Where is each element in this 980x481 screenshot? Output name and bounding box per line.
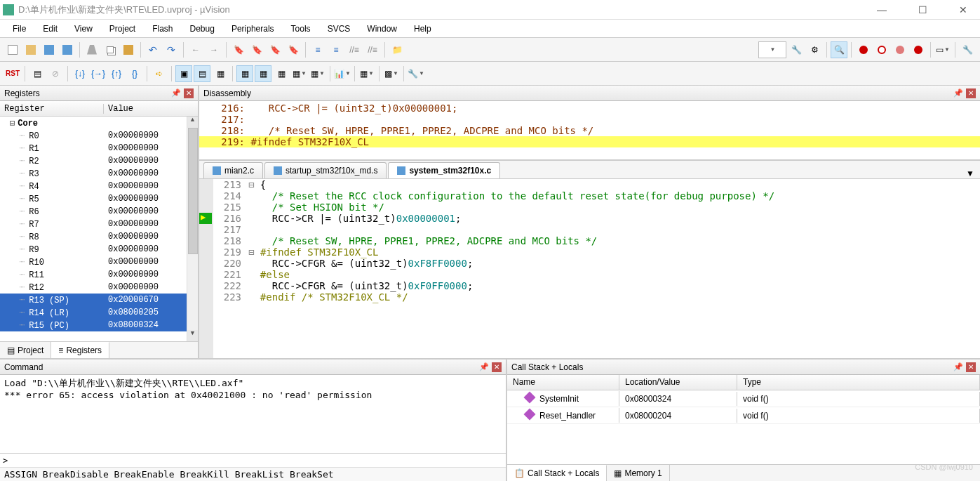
scroll-thumb[interactable] xyxy=(188,128,198,254)
new-file-button[interactable] xyxy=(4,41,21,58)
registers-list[interactable]: Core R00x00000000R10x00000000R20x0000000… xyxy=(0,117,198,341)
open-file-button[interactable] xyxy=(22,41,39,58)
symbols-window-button[interactable]: ▦ xyxy=(212,65,229,82)
menu-svcs[interactable]: SVCS xyxy=(321,21,358,37)
debug-config-button[interactable]: 🔧 xyxy=(788,41,805,58)
memory-tab[interactable]: ▦Memory 1 xyxy=(607,465,669,481)
code-line[interactable]: /* Reset the RCC clock configuration to … xyxy=(248,190,980,202)
disasm-line[interactable]: 216: RCC->CR |= (uint32_t)0x00000001; xyxy=(199,103,980,114)
disasm-line[interactable]: 219: #ifndef STM32F10X_CL xyxy=(199,136,980,147)
close-panel-button[interactable]: ✕ xyxy=(966,362,976,372)
bookmark-clear-button[interactable]: 🔖 xyxy=(285,41,302,58)
serial-window-button[interactable]: ▦▼ xyxy=(309,65,326,82)
menu-peripherals[interactable]: Peripherals xyxy=(224,21,281,37)
breakpoint-insert-button[interactable] xyxy=(855,41,872,58)
menu-debug[interactable]: Debug xyxy=(183,21,222,37)
disasm-line[interactable]: 217: xyxy=(199,114,980,125)
locals-row[interactable]: SystemInit0x08000324void f() xyxy=(507,390,980,407)
registers-tab[interactable]: ≡Registers xyxy=(51,342,109,358)
breakpoint-disable-button[interactable] xyxy=(892,41,908,58)
paste-button[interactable] xyxy=(120,41,137,58)
register-row[interactable]: R60x00000000 xyxy=(0,205,198,218)
window-layout-button[interactable]: ▭▼ xyxy=(934,41,951,58)
file-tab[interactable]: mian2.c xyxy=(203,162,263,178)
file-tab[interactable]: startup_stm32f10x_md.s xyxy=(264,162,387,178)
copy-button[interactable] xyxy=(102,41,119,58)
command-output[interactable]: Load "D:\\单片机作业\\新建文件夹\\RTE\\LED.axf"***… xyxy=(0,375,506,453)
close-panel-button[interactable]: ✕ xyxy=(492,362,502,372)
close-panel-button[interactable]: ✕ xyxy=(184,88,194,98)
find-in-files-button[interactable]: 📁 xyxy=(389,41,405,58)
bookmark-button[interactable]: 🔖 xyxy=(230,41,247,58)
show-next-button[interactable]: ➪ xyxy=(151,65,168,82)
code-line[interactable]: ⊟ #ifndef STM32F10X_CL xyxy=(248,246,980,258)
code-line[interactable]: ⊟ { xyxy=(248,179,980,190)
run-button[interactable]: ▤ xyxy=(29,65,46,82)
nav-forward-button[interactable]: → xyxy=(206,41,222,58)
registers-scrollbar[interactable]: ▲ ▼ xyxy=(187,117,198,341)
outdent-button[interactable]: ≡ xyxy=(328,41,344,58)
registers-window-button[interactable]: ▦ xyxy=(236,65,253,82)
indent-button[interactable]: ≡ xyxy=(309,41,326,58)
stop-button[interactable]: ⊘ xyxy=(47,65,64,82)
menu-view[interactable]: View xyxy=(67,21,100,37)
scroll-down-button[interactable]: ▼ xyxy=(187,330,198,341)
register-row[interactable]: R14 (LR)0x08000205 xyxy=(0,306,198,319)
register-row[interactable]: R120x00000000 xyxy=(0,281,198,294)
menu-tools[interactable]: Tools xyxy=(284,21,318,37)
command-window-button[interactable]: ▣ xyxy=(175,65,192,82)
find-combo[interactable]: ▼ xyxy=(758,41,786,58)
close-button[interactable]: ✕ xyxy=(949,4,977,15)
register-row[interactable]: R30x00000000 xyxy=(0,167,198,180)
callstack-window-button[interactable]: ▦ xyxy=(255,65,271,82)
code-line[interactable]: /* Set HSION bit */ xyxy=(248,202,980,213)
bookmark-prev-button[interactable]: 🔖 xyxy=(248,41,265,58)
register-row[interactable]: R15 (PC)0x08000324 xyxy=(0,319,198,331)
trace-window-button[interactable]: ▦▼ xyxy=(358,65,375,82)
menu-help[interactable]: Help xyxy=(407,21,438,37)
register-row[interactable]: R80x00000000 xyxy=(0,230,198,243)
nav-back-button[interactable]: ← xyxy=(187,41,204,58)
pin-icon[interactable]: 📌 xyxy=(953,88,963,98)
pin-icon[interactable]: 📌 xyxy=(953,362,963,371)
redo-button[interactable]: ↷ xyxy=(163,41,180,58)
command-input[interactable]: > xyxy=(0,453,506,467)
run-to-cursor-button[interactable]: {} xyxy=(126,65,143,82)
disassembly-window-button[interactable]: ▤ xyxy=(194,65,210,82)
register-group-core[interactable]: Core xyxy=(0,118,38,129)
system-viewer-button[interactable]: ▩▼ xyxy=(383,65,400,82)
register-row[interactable]: R00x00000000 xyxy=(0,129,198,142)
save-all-button[interactable] xyxy=(59,41,76,58)
project-tab[interactable]: ▤Project xyxy=(0,342,51,358)
menu-file[interactable]: File xyxy=(6,21,33,37)
register-row[interactable]: R40x00000000 xyxy=(0,180,198,192)
tabs-dropdown-button[interactable]: ▼ xyxy=(966,169,974,178)
minimize-button[interactable]: — xyxy=(868,4,896,15)
save-button[interactable] xyxy=(41,41,58,58)
menu-project[interactable]: Project xyxy=(102,21,142,37)
breakpoint-enable-button[interactable] xyxy=(873,41,890,58)
step-over-button[interactable]: {→} xyxy=(90,65,107,82)
toolbox-button[interactable]: 🔧▼ xyxy=(408,65,424,82)
register-row[interactable]: R50x00000000 xyxy=(0,192,198,205)
debug-options-button[interactable]: ⚙ xyxy=(806,41,823,58)
bookmark-next-button[interactable]: 🔖 xyxy=(267,41,283,58)
code-line[interactable] xyxy=(248,224,980,235)
memory-window-button[interactable]: ▦▼ xyxy=(291,65,308,82)
register-row[interactable]: R13 (SP)0x20000670 xyxy=(0,294,198,306)
code-line[interactable]: RCC->CFGR &= (uint32_t)0xF8FF0000; xyxy=(248,258,980,269)
locals-row[interactable]: Reset_Handler0x08000204void f() xyxy=(507,407,980,424)
code-line[interactable]: #endif /* STM32F10X_CL */ xyxy=(248,291,980,303)
close-panel-button[interactable]: ✕ xyxy=(966,88,976,98)
register-row[interactable]: R20x00000000 xyxy=(0,154,198,167)
scroll-up-button[interactable]: ▲ xyxy=(187,117,198,128)
callstack-tab[interactable]: 📋Call Stack + Locals xyxy=(507,465,607,481)
code-line[interactable]: /* Reset SW, HPRE, PPRE1, PPRE2, ADCPRE … xyxy=(248,235,980,246)
pin-icon[interactable]: 📌 xyxy=(171,88,181,98)
code-editor[interactable]: 213214215216217218219220221222223 ⊟ { /*… xyxy=(199,179,980,358)
register-row[interactable]: R100x00000000 xyxy=(0,256,198,268)
step-out-button[interactable]: {↑} xyxy=(108,65,125,82)
debug-start-button[interactable]: 🔍 xyxy=(831,41,847,58)
menu-window[interactable]: Window xyxy=(360,21,404,37)
analysis-window-button[interactable]: 📊▼ xyxy=(334,65,351,82)
